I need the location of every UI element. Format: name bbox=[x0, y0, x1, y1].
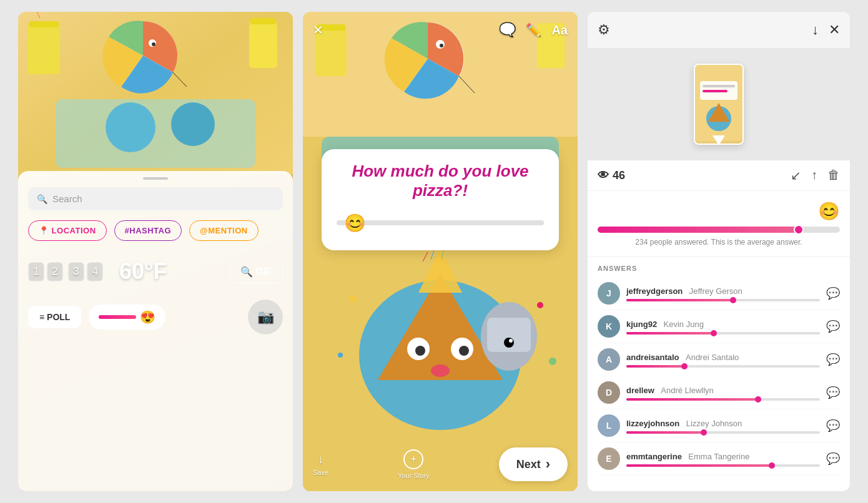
answer-avatar: A bbox=[598, 348, 620, 371]
svg-point-10 bbox=[171, 102, 215, 146]
close-analytics-icon: ✕ bbox=[829, 22, 840, 37]
delete-stats-icon[interactable]: 🗑 bbox=[827, 168, 840, 183]
svg-line-2 bbox=[36, 12, 40, 18]
time-digit-2: 2 bbox=[47, 262, 63, 281]
answer-slider-dot bbox=[711, 330, 717, 336]
answer-item: J jeffreydgerson Jeffrey Gerson 💬 bbox=[598, 277, 840, 310]
svg-rect-3 bbox=[249, 21, 277, 68]
reply-icon[interactable]: 💬 bbox=[826, 419, 840, 432]
answer-avatar: D bbox=[598, 381, 620, 404]
answer-slider-dot bbox=[701, 429, 707, 436]
time-sticker[interactable]: 1 2 3 4 bbox=[28, 262, 103, 281]
svg-point-37 bbox=[338, 353, 343, 358]
save-button[interactable]: ↓ Save bbox=[313, 453, 328, 476]
svg-point-36 bbox=[537, 302, 543, 308]
answer-user-info: drellew André Llewllyn bbox=[626, 384, 820, 401]
settings-icon: ⚙ bbox=[598, 22, 610, 37]
draw-icon: ✏️ bbox=[526, 23, 541, 37]
time-digit-1: 1 bbox=[28, 262, 44, 281]
thumbnail-pointer bbox=[713, 135, 725, 145]
header-right-actions: ↓ ✕ bbox=[812, 22, 840, 38]
draw-button[interactable]: ✏️ bbox=[526, 22, 541, 37]
answer-slider-fill bbox=[626, 464, 772, 467]
download-stats-icon[interactable]: ↙ bbox=[791, 168, 801, 183]
answer-slider-fill bbox=[626, 332, 714, 335]
result-fill bbox=[598, 227, 804, 233]
reply-icon[interactable]: 💬 bbox=[826, 286, 840, 300]
time-digit-3: 3 bbox=[68, 262, 84, 281]
svg-rect-1 bbox=[29, 21, 59, 27]
reply-icon[interactable]: 💬 bbox=[826, 386, 840, 399]
answer-avatar: E bbox=[598, 447, 620, 470]
slider-track-container[interactable]: 😊 bbox=[337, 210, 544, 235]
download-header-button[interactable]: ↓ bbox=[812, 22, 819, 38]
svg-point-9 bbox=[106, 102, 155, 152]
answer-names: drellew André Llewllyn bbox=[626, 384, 820, 396]
answer-avatar: J bbox=[598, 282, 620, 305]
poll-sticker[interactable]: ≡ POLL bbox=[28, 306, 81, 328]
story-top-bar: ✕ 🗨️ ✏️ Aa bbox=[303, 12, 578, 48]
text-button[interactable]: Aa bbox=[551, 23, 568, 37]
answer-display-name: Emma Tangerine bbox=[688, 452, 749, 461]
reply-icon[interactable]: 💬 bbox=[826, 452, 840, 466]
story-thumbnail[interactable] bbox=[694, 64, 744, 145]
answer-slider-dot bbox=[681, 363, 688, 369]
answer-names: emmtangerine Emma Tangerine bbox=[626, 451, 820, 462]
sticker-categories: 📍 LOCATION #HASHTAG @MENTION bbox=[18, 220, 293, 251]
answer-names: lizzeyjohnson Lizzey Johnson bbox=[626, 418, 820, 429]
sticker-panel-content: 🔍 Search 📍 LOCATION #HASHTAG @MENTION 1 … bbox=[18, 171, 293, 491]
story-close-button[interactable]: ✕ bbox=[313, 22, 323, 37]
camera-button[interactable]: 📷 bbox=[248, 300, 283, 335]
view-count: 👁 46 bbox=[598, 169, 625, 182]
svg-point-34 bbox=[509, 339, 513, 343]
gif-sticker[interactable]: 🔍 GIF bbox=[230, 260, 283, 283]
close-analytics-button[interactable]: ✕ bbox=[829, 22, 840, 38]
svg-point-38 bbox=[549, 358, 556, 365]
location-tag[interactable]: 📍 LOCATION bbox=[28, 220, 107, 241]
answer-slider-track bbox=[626, 464, 820, 467]
answers-title: ANSWERS bbox=[598, 257, 840, 277]
search-icon: 🔍 bbox=[37, 194, 47, 204]
temperature-sticker[interactable]: 60°F bbox=[119, 258, 167, 285]
answer-user-info: jeffreydgerson Jeffrey Gerson bbox=[626, 285, 820, 301]
share-stats-icon[interactable]: ↑ bbox=[811, 168, 817, 183]
answer-display-name: Jeffrey Gerson bbox=[689, 286, 742, 296]
svg-point-7 bbox=[152, 42, 155, 46]
svg-point-33 bbox=[504, 338, 514, 348]
story-panel: ✕ 🗨️ ✏️ Aa How much do you love pizza?! bbox=[303, 12, 578, 491]
story-bottom-bar: ↓ Save + Your Story Next › bbox=[303, 437, 578, 491]
answer-user-info: emmtangerine Emma Tangerine bbox=[626, 451, 820, 467]
slider-mini-track bbox=[99, 315, 136, 319]
your-story-button[interactable]: + Your Story bbox=[398, 449, 430, 479]
slider-emoji: 😊 bbox=[344, 213, 366, 233]
result-dot bbox=[794, 225, 804, 235]
story-thumbnail-area bbox=[588, 48, 850, 160]
slider-sticker-preview[interactable]: 😍 bbox=[89, 305, 165, 330]
answer-display-name: Kevin Jung bbox=[664, 320, 704, 329]
time-temp-row: 1 2 3 4 60°F 🔍 GIF bbox=[18, 251, 293, 292]
next-arrow-icon: › bbox=[546, 456, 550, 472]
sticker-button[interactable]: 🗨️ bbox=[499, 22, 516, 38]
add-story-icon: + bbox=[403, 449, 423, 469]
answer-username: lizzeyjohnson bbox=[626, 419, 679, 428]
answer-slider-track bbox=[626, 332, 820, 335]
answer-slider-fill bbox=[626, 299, 733, 301]
reply-icon[interactable]: 💬 bbox=[826, 320, 840, 333]
download-header-icon: ↓ bbox=[812, 22, 819, 37]
answer-item: K kjung92 Kevin Jung 💬 bbox=[598, 310, 840, 343]
mention-tag[interactable]: @MENTION bbox=[189, 220, 259, 241]
search-bar[interactable]: 🔍 Search bbox=[28, 187, 283, 210]
drag-handle[interactable] bbox=[143, 177, 168, 180]
svg-point-35 bbox=[349, 295, 357, 303]
settings-button[interactable]: ⚙ bbox=[598, 22, 610, 38]
analytics-header: ⚙ ↓ ✕ bbox=[588, 12, 850, 48]
food-decoration-1 bbox=[18, 12, 293, 174]
answer-item: L lizzeyjohnson Lizzey Johnson 💬 bbox=[598, 409, 840, 442]
next-button[interactable]: Next › bbox=[499, 447, 568, 481]
reply-icon[interactable]: 💬 bbox=[826, 353, 840, 366]
answer-slider-track bbox=[626, 299, 820, 301]
hashtag-tag[interactable]: #HASHTAG bbox=[114, 220, 182, 241]
answer-username: emmtangerine bbox=[626, 452, 682, 461]
panel1-background bbox=[18, 12, 293, 174]
sticker-face-icon: 🗨️ bbox=[499, 22, 516, 37]
